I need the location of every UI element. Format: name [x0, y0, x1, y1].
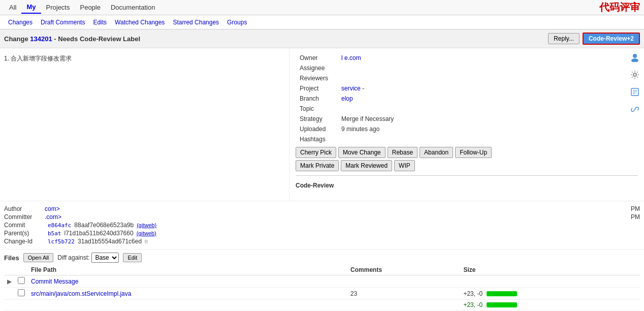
parent-label: Parent(s)	[4, 230, 45, 237]
table-row: ▶ Commit Message	[4, 275, 640, 288]
expand-arrow-icon[interactable]: ▶	[7, 278, 12, 285]
java-file-path: src/main/java/com.	[31, 290, 82, 297]
strategy-label: Strategy	[297, 114, 337, 123]
author-label: Author	[4, 205, 45, 212]
code-review-label: Code-Review	[296, 180, 638, 191]
nav-all[interactable]: All	[4, 2, 21, 13]
topic-value	[338, 104, 637, 113]
branch-label: Branch	[297, 94, 337, 103]
commit-label: Commit	[4, 222, 45, 229]
top-nav: All My Projects People Documentation 代码评…	[0, 0, 644, 15]
committer-row: Committer .com> PM	[4, 213, 640, 221]
topic-label: Topic	[297, 104, 337, 113]
action-row-1: Cherry Pick Move Change Rebase Abandon F…	[296, 147, 638, 158]
changeid-full: 31ad1b5554ad671c6ed	[78, 238, 142, 245]
main-content: 1. 合入新增字段修改需求 Owner l e.com Assignee Rev…	[0, 48, 644, 201]
diff-against-label: Diff against:	[57, 254, 89, 261]
info-table: Owner l e.com Assignee Reviewers Project…	[296, 52, 638, 145]
author-section: Author com> PM Committer .com> PM Commit…	[0, 201, 644, 250]
owner-link[interactable]: l e.com	[341, 54, 361, 61]
uploaded-value: 9 minutes ago	[338, 125, 637, 134]
file-path-header: File Path	[28, 265, 347, 275]
nav-my[interactable]: My	[21, 1, 41, 14]
file-checkbox-2[interactable]	[18, 289, 25, 296]
size-header: Size	[460, 265, 640, 275]
branch-value: elop	[338, 94, 637, 103]
commit-hash-short[interactable]: e864afc	[48, 222, 71, 229]
subnav-watched-changes[interactable]: Watched Changes	[111, 17, 169, 28]
stat-value: +23, -0	[463, 290, 482, 297]
nav-documentation[interactable]: Documentation	[106, 2, 160, 13]
header-buttons: Reply... Code-Review+2	[548, 33, 640, 45]
diff-base-select[interactable]: Base	[91, 253, 119, 263]
sub-nav: Changes Draft Comments Edits Watched Cha…	[0, 15, 644, 29]
hashtags-label: Hashtags	[297, 135, 337, 144]
gear-icon[interactable]	[630, 70, 640, 80]
table-row: src/main/java/com.stServiceImpl.java 23 …	[4, 288, 640, 300]
nav-people[interactable]: People	[75, 2, 105, 13]
action-row-2: Mark Private Mark Reviewed WIP	[296, 160, 638, 171]
commit-row: Commit e864afc 88aaf7e068e6523a9b (gitwe…	[4, 222, 640, 229]
wip-button[interactable]: WIP	[394, 160, 415, 171]
move-change-button[interactable]: Move Change	[338, 147, 385, 158]
subnav-edits[interactable]: Edits	[89, 17, 111, 28]
branch-link[interactable]: elop	[341, 95, 353, 102]
watermark: 代码评审	[599, 1, 640, 14]
svg-point-2	[633, 73, 636, 76]
code-review-button[interactable]: Code-Review+2	[583, 33, 640, 45]
size-stat-row: +23, -0	[463, 290, 637, 297]
commit-comments	[347, 275, 460, 288]
changeid-short[interactable]: lcf5b722	[48, 238, 75, 245]
open-all-button[interactable]: Open All	[23, 253, 54, 262]
subnav-groups[interactable]: Groups	[223, 17, 251, 28]
author-row: Author com> PM	[4, 205, 640, 212]
commit-gitweb-link[interactable]: (gitweb)	[137, 222, 156, 228]
subnav-draft-comments[interactable]: Draft Comments	[37, 17, 89, 28]
author-value: com>	[45, 205, 60, 212]
author-time: PM	[631, 205, 640, 212]
follow-up-button[interactable]: Follow-Up	[455, 147, 492, 158]
rebase-button[interactable]: Rebase	[388, 147, 417, 158]
parent-hash-short[interactable]: b5at	[48, 230, 61, 237]
commit-hash-full: 88aaf7e068e6523a9b	[74, 222, 134, 229]
committer-time: PM	[631, 213, 640, 221]
change-title: Change 134201 - Needs Code-Review Label	[4, 35, 140, 43]
left-panel: 1. 合入新增字段修改需求	[0, 48, 289, 201]
parent-row: Parent(s) b5at l71d1ba511b6240d37660 (gi…	[4, 230, 640, 237]
change-id-link[interactable]: 134201	[30, 35, 52, 43]
nav-projects[interactable]: Projects	[41, 2, 75, 13]
java-file[interactable]: src/main/java/com.stServiceImpl.java	[28, 288, 347, 300]
subnav-starred-changes[interactable]: Starred Changes	[169, 17, 223, 28]
totals-stat-row: +23, -0	[463, 301, 637, 308]
file-table: File Path Comments Size ▶ Commit Message…	[4, 265, 640, 310]
link-icon[interactable]	[630, 104, 640, 114]
edit-icon[interactable]	[630, 87, 640, 97]
project-value: service -	[338, 84, 637, 93]
parent-gitweb-link[interactable]: (gitweb)	[137, 230, 156, 236]
file-checkbox-1[interactable]	[18, 277, 25, 284]
change-header: Change 134201 - Needs Code-Review Label …	[0, 29, 644, 48]
java-file-suffix: stServiceImpl.java	[82, 290, 131, 297]
copy-icon[interactable]: ⎘	[145, 239, 148, 244]
subnav-changes[interactable]: Changes	[4, 17, 37, 28]
person-icon[interactable]	[630, 52, 640, 63]
totals-cell: +23, -0	[460, 300, 640, 310]
cherry-pick-button[interactable]: Cherry Pick	[296, 147, 336, 158]
parent-hash-full: l71d1ba511b6240d37660	[65, 230, 134, 237]
files-section: Files Open All Diff against: Base Edit F…	[0, 250, 644, 311]
file-comments: 23	[347, 288, 460, 300]
mark-reviewed-button[interactable]: Mark Reviewed	[341, 160, 392, 171]
mark-private-button[interactable]: Mark Private	[296, 160, 339, 171]
commit-message-file[interactable]: Commit Message	[28, 275, 347, 288]
totals-bar	[487, 302, 517, 307]
change-id-row: Change-Id lcf5b722 31ad1b5554ad671c6ed ⎘	[4, 238, 640, 245]
edit-button[interactable]: Edit	[123, 253, 142, 262]
owner-label: Owner	[297, 53, 337, 63]
files-header: Files Open All Diff against: Base Edit	[4, 253, 640, 263]
right-panel: Owner l e.com Assignee Reviewers Project…	[289, 48, 644, 201]
abandon-button[interactable]: Abandon	[420, 147, 453, 158]
assignee-value	[338, 64, 637, 73]
project-link[interactable]: service	[341, 85, 361, 92]
reply-button[interactable]: Reply...	[548, 33, 579, 44]
svg-point-0	[633, 54, 637, 58]
